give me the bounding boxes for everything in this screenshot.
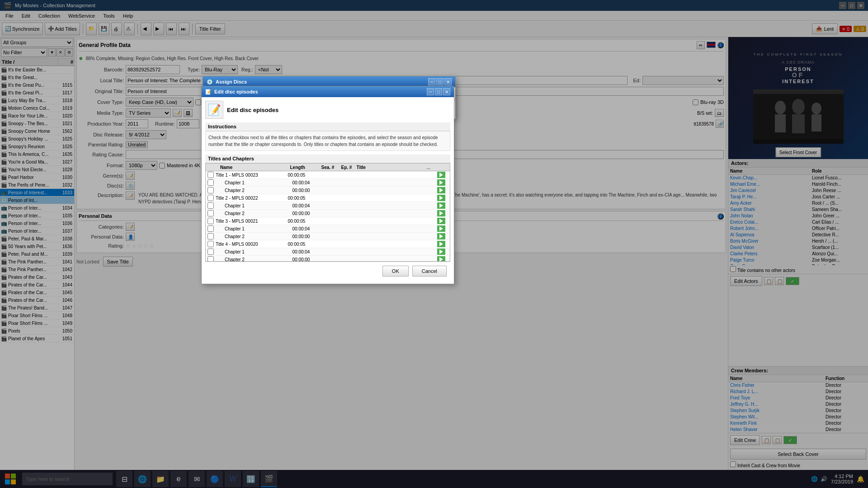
episode-row[interactable]: Chapter 2 00:00:00 (206, 256, 450, 262)
play-button[interactable] (437, 210, 445, 216)
episode-row[interactable]: Chapter 1 00:00:04 (206, 225, 450, 233)
episode-length: 00:00:04 (292, 226, 322, 231)
episodes-ok-button[interactable]: OK (382, 266, 409, 277)
episodes-dialog-close[interactable]: ✕ (443, 88, 450, 95)
episodes-footer: OK Cancel (205, 262, 450, 280)
episode-play[interactable] (437, 187, 448, 193)
play-button[interactable] (437, 202, 445, 209)
ep-col-sea-header: Sea. # (321, 165, 340, 170)
episode-name: Chapter 1 (216, 249, 291, 254)
episodes-dialog-icon: 📝 (205, 89, 212, 95)
episodes-dialog-titlebar: 📝 Edit disc episodes ─ □ ✕ (202, 86, 454, 97)
episode-checkbox[interactable] (208, 187, 214, 193)
episode-length: 00:00:05 (288, 242, 317, 247)
episode-row[interactable]: Chapter 2 00:00:00 (206, 187, 450, 194)
assign-dialog-icon: 💿 (207, 79, 213, 85)
episode-length: 00:00:00 (292, 257, 322, 262)
episodes-dialog-title: Edit disc episodes (214, 89, 258, 94)
play-button[interactable] (437, 218, 445, 224)
episode-length: 00:00:04 (292, 180, 322, 185)
episodes-content: 📝 Edit disc episodes Instructions Check … (202, 97, 454, 284)
episode-length: 00:00:05 (288, 196, 317, 201)
episode-checkbox[interactable] (208, 195, 214, 201)
episode-play[interactable] (437, 241, 448, 247)
episode-play[interactable] (437, 225, 448, 232)
ep-col-title-header: Title (357, 165, 425, 170)
play-button[interactable] (437, 225, 445, 232)
episode-play[interactable] (437, 256, 448, 262)
play-button[interactable] (437, 195, 445, 201)
episode-row[interactable]: Chapter 1 00:00:04 (206, 248, 450, 256)
assign-dialog-minimize[interactable]: ─ (428, 78, 435, 85)
episode-name: Chapter 1 (216, 180, 291, 185)
assign-dialog-maximize[interactable]: □ (436, 78, 443, 85)
episode-row[interactable]: Chapter 1 00:00:04 (206, 202, 450, 210)
instructions-text: Check the checkbox next to all the title… (205, 131, 450, 151)
episodes-dialog-maximize[interactable]: □ (435, 88, 442, 95)
play-button[interactable] (437, 233, 445, 239)
episodes-dialog-main-title: Edit disc episodes (227, 107, 278, 113)
episode-checkbox[interactable] (208, 233, 214, 239)
episode-checkbox[interactable] (208, 249, 214, 255)
episode-play[interactable] (437, 218, 448, 224)
episode-length: 00:00:04 (292, 249, 322, 254)
assign-dialog-controls: ─ □ ✕ (428, 78, 452, 85)
ep-col-name-header: Name (220, 165, 288, 170)
episode-name: Title 1 - MPLS 00023 (216, 173, 286, 178)
episode-play[interactable] (437, 202, 448, 209)
episode-name: Chapter 2 (216, 188, 291, 193)
episode-row[interactable]: Chapter 2 00:00:00 (206, 210, 450, 217)
play-button[interactable] (437, 249, 445, 255)
episode-play[interactable] (437, 179, 448, 186)
episode-checkbox[interactable] (208, 241, 214, 247)
episode-checkbox[interactable] (208, 225, 214, 232)
play-button[interactable] (437, 179, 445, 186)
episode-play[interactable] (437, 195, 448, 201)
ep-col-more-header: ... (426, 164, 435, 170)
episode-name: Chapter 2 (216, 234, 291, 239)
episode-checkbox[interactable] (208, 172, 214, 178)
episode-name: Title 3 - MPLS 00021 (216, 219, 286, 224)
assign-dialog-title: Assign Discs (216, 79, 247, 84)
episode-length: 00:00:05 (288, 219, 317, 224)
episode-length: 00:00:00 (292, 211, 322, 216)
episode-checkbox[interactable] (208, 256, 214, 262)
play-button[interactable] (437, 241, 445, 247)
episodes-main-icon: 📝 (205, 101, 223, 119)
play-button[interactable] (437, 187, 445, 193)
instructions-header: Instructions (205, 122, 450, 131)
episode-name: Chapter 2 (216, 257, 291, 262)
titles-chapters-header: Titles and Chapters (205, 155, 450, 163)
episode-row[interactable]: Title 1 - MPLS 00023 00:00:05 (206, 171, 450, 179)
episode-row[interactable]: Title 4 - MPLS 00020 00:00:05 (206, 240, 450, 248)
episode-row[interactable]: Chapter 2 00:00:00 (206, 233, 450, 240)
episode-checkbox[interactable] (208, 218, 214, 224)
episodes-table: Title 1 - MPLS 00023 00:00:05 Chapter 1 … (205, 171, 450, 262)
play-button[interactable] (437, 256, 445, 262)
episode-row[interactable]: Title 3 - MPLS 00021 00:00:05 (206, 217, 450, 225)
episodes-dialog-minimize[interactable]: ─ (427, 88, 434, 95)
ep-col-length-header: Length (290, 165, 320, 170)
episode-checkbox[interactable] (208, 210, 214, 216)
episode-play[interactable] (437, 210, 448, 216)
episode-name: Chapter 1 (216, 203, 291, 208)
episode-length: 00:00:05 (288, 173, 317, 178)
episode-checkbox[interactable] (208, 202, 214, 209)
assign-dialog-close[interactable]: ✕ (444, 78, 452, 85)
episodes-table-header: Name Length Sea. # Ep. # Title ... (205, 163, 450, 171)
episode-checkbox[interactable] (208, 179, 214, 186)
episode-play[interactable] (437, 172, 448, 178)
episodes-cancel-button[interactable]: Cancel (412, 266, 447, 277)
episode-name: Title 2 - MPLS 00022 (216, 196, 286, 201)
ep-col-epn-header: Ep. # (341, 165, 355, 170)
episode-play[interactable] (437, 249, 448, 255)
episode-row[interactable]: Title 2 - MPLS 00022 00:00:05 (206, 194, 450, 202)
episode-play[interactable] (437, 233, 448, 239)
episode-name: Chapter 2 (216, 211, 291, 216)
episode-length: 00:00:00 (292, 188, 322, 193)
episode-name: Title 4 - MPLS 00020 (216, 242, 286, 247)
play-button[interactable] (437, 172, 445, 178)
episode-row[interactable]: Chapter 1 00:00:04 (206, 179, 450, 187)
episode-length: 00:00:04 (292, 203, 322, 208)
edit-episodes-dialog: 📝 Edit disc episodes ─ □ ✕ 📝 Edit disc e… (201, 86, 454, 284)
